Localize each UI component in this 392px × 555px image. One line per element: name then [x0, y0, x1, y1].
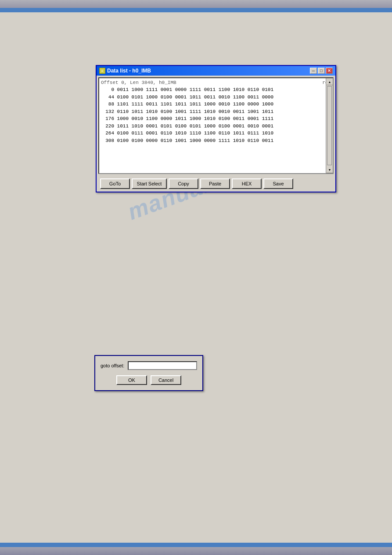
header-info: Offset 0, Len 3840, h0_IMB: [101, 80, 176, 85]
data-list-content-area: Offset 0, Len 3840, h0_IMB rep 0 0011 10…: [98, 77, 334, 174]
data-row: 44 0100 0101 1000 0100 0001 1011 0011 00…: [101, 94, 331, 101]
maximize-button[interactable]: □: [318, 68, 325, 74]
titlebar-controls: ─ □ ✕: [310, 68, 333, 74]
save-button[interactable]: Save: [263, 178, 293, 189]
bottom-bar-stripe: [0, 543, 392, 547]
goto-label: goto offset:: [101, 363, 124, 368]
titlebar-title: ≡ Data list - h0_IMB: [99, 68, 151, 74]
goto-button[interactable]: GoTo: [100, 178, 130, 189]
window-icon: ≡: [99, 68, 105, 74]
top-bar: [0, 0, 392, 12]
data-row: 0 0011 1000 1111 0001 0000 1111 0011 110…: [101, 86, 331, 94]
window-title: Data list - h0_IMB: [107, 68, 151, 74]
scrollbar-thumb[interactable]: [327, 86, 332, 165]
data-row: 88 1101 1111 0011 1101 1011 1011 1000 00…: [101, 101, 331, 108]
start-select-button[interactable]: Start Select: [132, 178, 167, 189]
goto-content: goto offset:: [101, 361, 197, 370]
goto-dialog: goto offset: OK Cancel: [94, 355, 203, 391]
hex-button[interactable]: HEX: [232, 178, 262, 189]
goto-buttons: OK Cancel: [101, 375, 197, 385]
toolbar: GoTo Start Select Copy Paste HEX Save: [97, 176, 335, 192]
data-list-inner: Offset 0, Len 3840, h0_IMB rep 0 0011 10…: [99, 78, 333, 146]
bottom-bar: [0, 543, 392, 555]
data-row: 308 0100 0100 0000 0110 1001 1000 0000 1…: [101, 137, 331, 145]
copy-button[interactable]: Copy: [169, 178, 198, 189]
paste-button[interactable]: Paste: [200, 178, 230, 189]
goto-ok-button[interactable]: OK: [116, 375, 147, 385]
close-button[interactable]: ✕: [326, 68, 333, 74]
window-titlebar: ≡ Data list - h0_IMB ─ □ ✕: [97, 66, 335, 76]
top-bar-stripe: [0, 8, 392, 12]
scroll-down-arrow[interactable]: ▼: [326, 166, 333, 173]
data-list-window: ≡ Data list - h0_IMB ─ □ ✕ Offset 0, Len…: [96, 65, 336, 192]
scrollbar[interactable]: ▲ ▼: [326, 78, 333, 173]
minimize-button[interactable]: ─: [310, 68, 317, 74]
scroll-up-arrow[interactable]: ▲: [326, 78, 333, 85]
data-row: 264 0100 0111 0001 0110 1010 1110 1100 0…: [101, 130, 331, 137]
goto-cancel-button[interactable]: Cancel: [151, 375, 181, 385]
data-row: 220 1011 1010 0001 0101 0100 0101 1000 0…: [101, 123, 331, 130]
data-row: 176 1000 0010 1100 0000 1011 1000 1010 0…: [101, 115, 331, 123]
data-list-header: Offset 0, Len 3840, h0_IMB rep: [101, 80, 331, 85]
goto-input[interactable]: [128, 361, 197, 370]
data-row: 132 0110 1011 1010 0100 1001 1111 1010 0…: [101, 108, 331, 116]
